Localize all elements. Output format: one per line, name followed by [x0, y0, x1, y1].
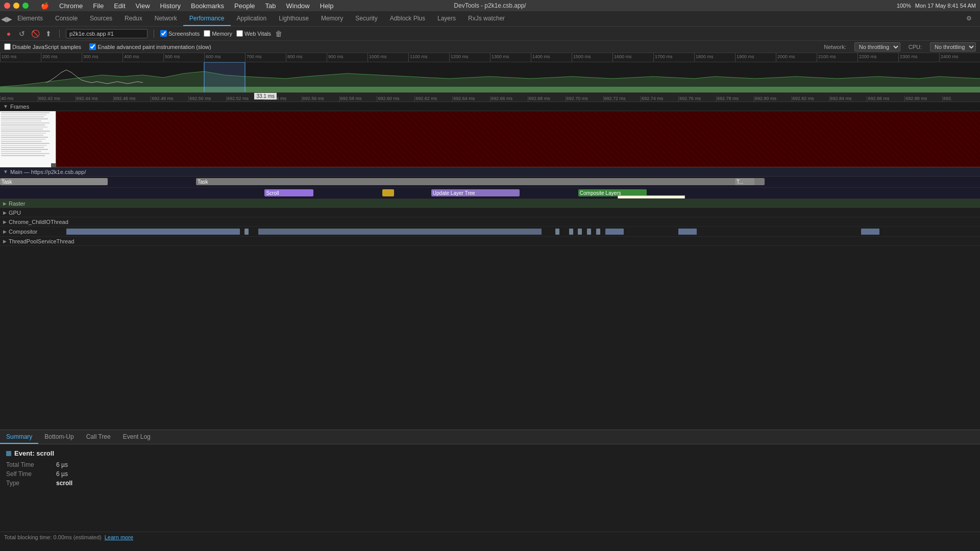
empty-space — [0, 246, 980, 430]
compositor-track-area — [66, 227, 980, 236]
composite-layers-bar[interactable]: Composite Layers — [578, 189, 647, 196]
trash-icon[interactable]: 🗑 — [275, 30, 282, 38]
tab-event-log[interactable]: Event Log — [117, 430, 157, 444]
task-bar-3[interactable]: T... — [735, 178, 754, 185]
memory-checkbox[interactable] — [204, 30, 210, 37]
clear-button[interactable]: 🚫 — [31, 29, 40, 38]
raster-expand-icon[interactable]: ▶ — [3, 201, 7, 206]
update-layer-tree-bar[interactable]: Update Layer Tree — [431, 189, 520, 196]
yellow-bar[interactable] — [382, 189, 394, 196]
separator-1 — [59, 30, 60, 38]
zoom-tick-69250: 692.50 ms — [188, 96, 226, 102]
devtools-tab-bar: ◀▶ Elements Console Sources Redux Networ… — [0, 11, 980, 27]
enable-paint-checkbox[interactable] — [89, 43, 96, 50]
zoom-tick-69276: 692.76 ms — [678, 96, 716, 102]
memory-checkbox-label[interactable]: Memory — [204, 30, 232, 37]
tab-lighthouse[interactable]: Lighthouse — [273, 11, 315, 26]
compositor-small-3 — [569, 229, 573, 235]
upload-button[interactable]: ⬆ — [44, 29, 53, 38]
compositor-row: ▶ Compositor — [0, 227, 980, 237]
menu-window[interactable]: Window — [282, 1, 314, 11]
tab-sources[interactable]: Sources — [84, 11, 118, 26]
chrome-child-label: ▶ Chrome_ChildIOThread — [0, 219, 68, 225]
tab-bottom-up[interactable]: Bottom-Up — [38, 430, 80, 444]
compositor-label: ▶ Compositor — [0, 229, 66, 235]
close-button[interactable] — [4, 3, 10, 9]
main-expand-icon[interactable]: ▼ — [3, 169, 8, 174]
task-label-2: Task — [198, 179, 208, 185]
tab-layers[interactable]: Layers — [431, 11, 462, 26]
screenshots-checkbox-label[interactable]: Screenshots — [160, 30, 200, 37]
enable-paint-label[interactable]: Enable advanced paint instrumentation (s… — [89, 43, 211, 50]
scroll-label: Scroll — [266, 190, 279, 196]
menu-bookmarks[interactable]: Bookmarks — [187, 1, 228, 11]
menu-file[interactable]: File — [89, 1, 108, 11]
zoom-tick-69256: 692.56 ms — [302, 96, 339, 102]
task-bar-2[interactable]: Task — [196, 178, 765, 185]
tab-adblock[interactable]: Adblock Plus — [384, 11, 431, 26]
tab-console[interactable]: Console — [49, 11, 84, 26]
tab-application[interactable]: Application — [231, 11, 273, 26]
menu-history[interactable]: History — [156, 1, 185, 11]
maximize-button[interactable] — [22, 3, 29, 9]
compositor-small-5 — [587, 229, 591, 235]
disable-js-checkbox[interactable] — [4, 43, 11, 50]
learn-more-link[interactable]: Learn more — [105, 534, 133, 540]
tab-call-tree[interactable]: Call Tree — [80, 430, 117, 444]
settings-icon[interactable]: ⚙ — [960, 11, 978, 26]
frame-resize-handle[interactable] — [51, 163, 56, 167]
zoom-tick-69246: 692.46 ms — [113, 96, 151, 102]
refresh-record-button[interactable]: ↺ — [17, 29, 27, 38]
menu-view[interactable]: View — [132, 1, 154, 11]
frames-expand-icon[interactable]: ▼ — [3, 104, 8, 109]
menu-apple[interactable]: 🍎 — [37, 1, 53, 11]
throttling-options: Network: No throttling CPU: No throttlin… — [824, 42, 976, 52]
overview-waveform[interactable] — [0, 62, 980, 93]
tick-2100: 2100 ms — [817, 53, 857, 62]
tick-2300: 2300 ms — [898, 53, 939, 62]
cpu-label: CPU: — [909, 44, 922, 50]
type-label: Type — [6, 480, 52, 487]
tab-rxjs[interactable]: RxJs watcher — [462, 11, 511, 26]
zoom-tick-69266: 692.66 ms — [490, 96, 528, 102]
frame-preview-content — [0, 111, 56, 167]
title-bar: 🍎 Chrome File Edit View History Bookmark… — [0, 0, 980, 11]
menu-help[interactable]: Help — [316, 1, 338, 11]
tab-elements[interactable]: Elements — [11, 11, 49, 26]
zoom-tick-69264: 692.64 ms — [452, 96, 490, 102]
scroll-bar[interactable]: Scroll — [264, 189, 313, 196]
tab-memory[interactable]: Memory — [315, 11, 349, 26]
back-forward-icon[interactable]: ◀▶ — [2, 14, 11, 23]
minimize-button[interactable] — [13, 3, 19, 9]
network-throttle-select[interactable]: No throttling — [854, 42, 900, 52]
web-vitals-checkbox-label[interactable]: Web Vitals — [236, 30, 271, 37]
disable-js-label[interactable]: Disable JavaScript samples — [4, 43, 81, 50]
web-vitals-checkbox[interactable] — [236, 30, 243, 37]
record-button[interactable]: ● — [4, 29, 13, 38]
menu-people[interactable]: People — [230, 1, 259, 11]
mini-waveform — [46, 62, 148, 87]
tick-2000: 2000 ms — [776, 53, 817, 62]
menu-chrome[interactable]: Chrome — [55, 1, 87, 11]
menu-edit[interactable]: Edit — [110, 1, 129, 11]
tick-2400: 2400 ms — [939, 53, 980, 62]
tick-800: 800 ms — [286, 53, 327, 62]
target-url-input[interactable] — [66, 29, 148, 38]
chrome-child-expand-icon[interactable]: ▶ — [3, 219, 7, 224]
tab-redux[interactable]: Redux — [118, 11, 149, 26]
menu-tab[interactable]: Tab — [261, 1, 280, 11]
task-bar-1[interactable]: Task — [0, 178, 108, 185]
tab-performance[interactable]: Performance — [183, 11, 231, 26]
screenshots-checkbox[interactable] — [160, 30, 167, 37]
raster-label: ▶ Raster — [0, 201, 25, 207]
self-time-label: Self Time — [6, 470, 52, 478]
cpu-throttle-select[interactable]: No throttling — [930, 42, 976, 52]
compositor-expand-icon[interactable]: ▶ — [3, 229, 7, 234]
tab-security[interactable]: Security — [349, 11, 383, 26]
zoom-tick-69290: 692. — [942, 96, 980, 102]
tab-summary[interactable]: Summary — [0, 430, 38, 444]
gpu-expand-icon[interactable]: ▶ — [3, 210, 7, 215]
threadpool-expand-icon[interactable]: ▶ — [3, 239, 7, 244]
zoom-tick-69282: 692.82 ms — [792, 96, 829, 102]
tab-network[interactable]: Network — [149, 11, 183, 26]
